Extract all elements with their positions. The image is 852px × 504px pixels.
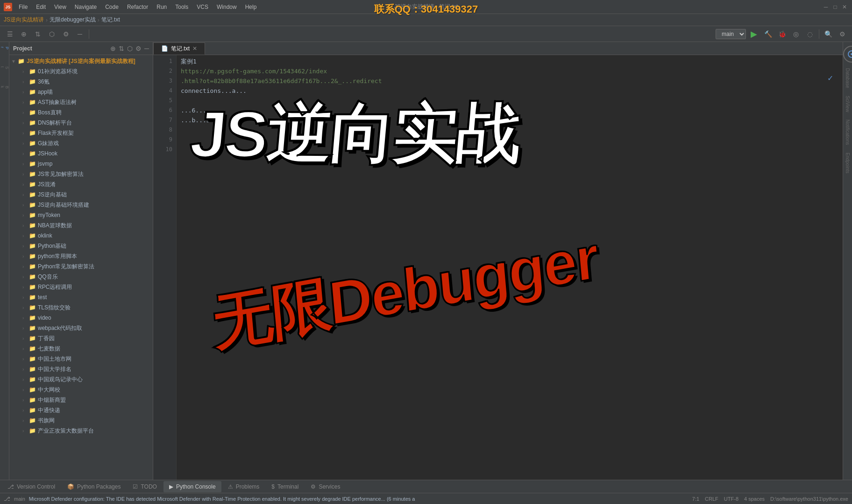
tree-item[interactable]: › 📁 webpack代码扣取 <box>9 323 153 333</box>
tree-item[interactable]: › 📁 Python基础 <box>9 241 153 251</box>
tree-item[interactable]: › 📁 产业正攻策大数据平台 <box>9 426 153 436</box>
tree-item[interactable]: › 📁 JS常见加解密算法 <box>9 169 153 179</box>
tree-item[interactable]: › 📁 七麦数据 <box>9 343 153 354</box>
menu-vcs[interactable]: VCS <box>193 3 212 11</box>
todo-tab[interactable]: ☑ TODO <box>127 481 162 492</box>
tree-item[interactable]: › 📁 中国大学排名 <box>9 364 153 374</box>
tree-item[interactable]: › 📁 test <box>9 292 153 302</box>
menu-tools[interactable]: Tools <box>171 3 192 11</box>
tree-item[interactable]: › 📁 TLS指纹交验 <box>9 302 153 313</box>
tree-item[interactable]: › 📁 NBA篮球数据 <box>9 220 153 231</box>
project-sync-btn[interactable]: ⇅ <box>119 45 124 52</box>
build-button[interactable]: 🔨 <box>762 28 774 40</box>
breadcrumb-item-2[interactable]: 无限debugger实战 <box>50 16 96 24</box>
line-ending[interactable]: CRLF <box>705 496 718 502</box>
tree-item[interactable]: › 📁 Python常见加解密算法 <box>9 261 153 272</box>
tree-item[interactable]: › 📁 Flask开发框架 <box>9 128 153 138</box>
python-interpreter[interactable]: D:\software\python311\python.exe <box>770 496 848 502</box>
indent-style[interactable]: 4 spaces <box>744 496 765 502</box>
project-title: Project <box>13 45 32 52</box>
project-add-btn[interactable]: ⊕ <box>110 45 116 52</box>
tree-item[interactable]: › 📁 DNS解析平台 <box>9 118 153 128</box>
tree-item[interactable]: › 📁 丁香园 <box>9 333 153 343</box>
cursor-position[interactable]: 7:1 <box>692 496 699 502</box>
code-editor[interactable]: 案例1 https://m.pgsoft-games.com/1543462/i… <box>177 55 843 480</box>
menu-code[interactable]: Code <box>101 3 122 11</box>
editor-tab-notes[interactable]: 📄 笔记.txt ✕ <box>153 42 205 55</box>
services-tab[interactable]: ⚙ Services <box>305 481 346 492</box>
tree-root[interactable]: ▼ 📁 JS逆向实战精讲 [JS逆向案例最新实战教程] <box>9 56 153 66</box>
structure-icon[interactable]: St <box>0 63 9 72</box>
tree-item[interactable]: › 📁 G妹游戏 <box>9 138 153 148</box>
branch-selector[interactable]: main <box>716 29 746 39</box>
project-settings-btn[interactable]: ⚙ <box>135 45 142 52</box>
tree-item[interactable]: › 📁 01补浏览器环境 <box>9 66 153 77</box>
charset[interactable]: UTF-8 <box>724 496 738 502</box>
python-console-tab[interactable]: ▶ Python Console <box>163 481 221 492</box>
editor-content[interactable]: 1 2 3 4 5 6 7 8 9 10 案例1 https://m.pgsof… <box>153 55 843 480</box>
tree-item[interactable]: › 📁 中通快递 <box>9 405 153 415</box>
menu-run[interactable]: Run <box>153 3 170 11</box>
project-view-button[interactable]: ☰ <box>4 28 16 40</box>
profile-button[interactable]: ◌ <box>804 28 816 40</box>
tree-item[interactable]: › 📁 中烟新商盟 <box>9 395 153 405</box>
coverage-button[interactable]: ◎ <box>790 28 802 40</box>
tree-item[interactable]: › 📁 myToken <box>9 210 153 220</box>
menu-navigate[interactable]: Navigate <box>71 3 100 11</box>
sync-button[interactable]: ⇅ <box>32 28 44 40</box>
maximize-button[interactable]: □ <box>831 3 839 11</box>
tree-item[interactable]: › 📁 Boss直聘 <box>9 107 153 118</box>
tree-item[interactable]: › 📁 36氪 <box>9 77 153 87</box>
tree-item[interactable]: › 📁 QQ音乐 <box>9 272 153 282</box>
project-close-btn[interactable]: ─ <box>144 45 149 52</box>
tree-item[interactable]: › 📁 JSHook <box>9 148 153 159</box>
tree-item[interactable]: › 📁 app喵 <box>9 87 153 97</box>
menu-window[interactable]: Window <box>213 3 241 11</box>
expand-button[interactable]: ⬡ <box>46 28 58 40</box>
settings-gear-button[interactable]: ⚙ <box>836 28 848 40</box>
run-button[interactable]: ▶ <box>748 28 760 40</box>
menu-edit[interactable]: Edit <box>32 3 50 11</box>
tree-item[interactable]: › 📁 中国土地市网 <box>9 354 153 364</box>
project-icon[interactable]: Pr <box>0 44 9 52</box>
minimize-button[interactable]: ─ <box>822 3 830 11</box>
tree-item[interactable]: › 📁 JS混淆 <box>9 179 153 189</box>
menu-help[interactable]: Help <box>241 3 261 11</box>
bookmarks-icon[interactable]: Bk <box>0 83 9 91</box>
problems-tab[interactable]: ⚠ Problems <box>222 481 265 492</box>
toolbar-separator <box>89 29 89 39</box>
tree-item[interactable]: › 📁 书旗网 <box>9 415 153 426</box>
tree-item[interactable]: › 📁 jsvmp <box>9 159 153 169</box>
tree-item[interactable]: › 📁 video <box>9 313 153 323</box>
tab-close-button[interactable]: ✕ <box>192 45 197 52</box>
version-control-tab[interactable]: ⎇ Version Control <box>2 481 61 492</box>
tree-item[interactable]: › 📁 RPC远程调用 <box>9 282 153 292</box>
close-button[interactable]: ✕ <box>841 3 848 11</box>
breadcrumb-item-1[interactable]: JS逆向实战精讲 <box>4 16 44 24</box>
tree-item[interactable]: › 📁 python常用脚本 <box>9 251 153 261</box>
notifications-panel-button[interactable]: Notifications <box>845 116 850 148</box>
hide-button[interactable]: ─ <box>74 28 86 40</box>
project-expand-btn[interactable]: ⬡ <box>127 45 133 52</box>
debug-button[interactable]: 🐞 <box>776 28 788 40</box>
tree-item[interactable]: › 📁 AST抽象语法树 <box>9 97 153 107</box>
database-panel-button[interactable]: Database <box>845 64 850 92</box>
python-packages-tab[interactable]: 📦 Python Packages <box>62 481 126 492</box>
terminal-tab[interactable]: $ Terminal <box>266 481 304 492</box>
menu-refactor[interactable]: Refactor <box>123 3 152 11</box>
tree-item[interactable]: › 📁 oklink <box>9 231 153 241</box>
breadcrumb-item-3[interactable]: 笔记.txt <box>101 16 120 24</box>
target-icon[interactable] <box>843 46 852 63</box>
menu-file[interactable]: File <box>15 3 31 11</box>
tree-item[interactable]: › 📁 中大网校 <box>9 385 153 395</box>
sciview-panel-button[interactable]: SciView <box>845 92 850 116</box>
tree-item[interactable]: › 📁 JS逆向基础环境搭建 <box>9 200 153 210</box>
settings-button[interactable]: ⚙ <box>60 28 72 40</box>
terminal-label: Terminal <box>277 483 298 490</box>
search-everywhere-button[interactable]: 🔍 <box>822 28 834 40</box>
endpoints-panel-button[interactable]: Endpoints <box>845 149 850 177</box>
tree-item[interactable]: › 📁 JS逆向基础 <box>9 189 153 200</box>
add-button[interactable]: ⊕ <box>18 28 30 40</box>
tree-item[interactable]: › 📁 中国观鸟记录中心 <box>9 374 153 385</box>
menu-view[interactable]: View <box>50 3 70 11</box>
